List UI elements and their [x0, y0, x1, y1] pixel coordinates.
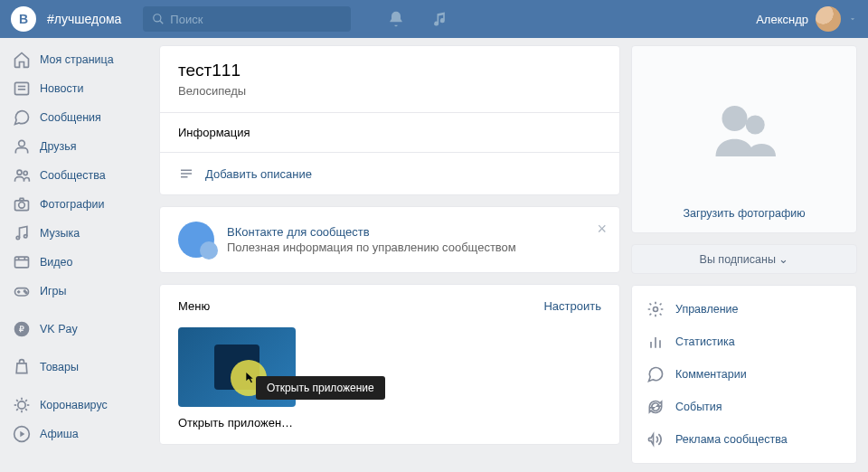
gear-icon	[646, 300, 665, 318]
community-category: Велосипеды	[178, 84, 601, 98]
svg-point-23	[18, 401, 25, 409]
video-icon	[13, 253, 31, 271]
vkpay-icon: ₽	[13, 320, 31, 338]
svg-point-36	[722, 106, 748, 131]
hashtag-link[interactable]: #лучшедома	[47, 12, 121, 26]
menu-card: Меню Настроить Открыть приложение Открыт…	[159, 284, 620, 445]
svg-point-10	[16, 236, 19, 239]
mgmt-events[interactable]: События	[632, 391, 856, 423]
svg-point-6	[17, 170, 22, 175]
virus-icon	[13, 396, 31, 414]
nav-afisha[interactable]: Афиша	[5, 420, 148, 448]
add-description-link[interactable]: Добавить описание	[160, 152, 619, 194]
user-menu[interactable]: Алексндр	[756, 6, 857, 32]
play-icon	[13, 425, 31, 443]
svg-point-20	[25, 292, 27, 294]
subscribed-button[interactable]: Вы подписаны ⌄	[631, 244, 857, 274]
svg-point-0	[154, 14, 161, 22]
svg-point-7	[24, 171, 27, 175]
app-label: Открыть приложен…	[178, 416, 601, 430]
mgmt-ads[interactable]: Реклама сообщества	[632, 423, 856, 456]
svg-text:₽: ₽	[19, 325, 24, 334]
mgmt-comments[interactable]: Комментарии	[632, 358, 856, 391]
chevron-down-icon	[848, 14, 857, 24]
home-icon	[13, 51, 31, 69]
stats-icon	[646, 333, 665, 351]
svg-line-31	[25, 400, 27, 401]
nav-photos[interactable]: Фотографии	[5, 190, 148, 219]
friends-icon	[13, 137, 31, 156]
vk-logo[interactable]: В	[11, 6, 36, 32]
menu-header: Меню	[178, 299, 210, 313]
avatar	[816, 6, 841, 32]
nav-friends[interactable]: Друзья	[5, 132, 148, 161]
mgmt-manage[interactable]: Управление	[632, 293, 856, 326]
svg-line-1	[160, 21, 164, 24]
community-title: тест111	[178, 61, 601, 80]
nav-corona[interactable]: Коронавирус	[5, 391, 148, 420]
news-icon	[13, 80, 31, 98]
search-input[interactable]: Поиск	[143, 6, 351, 32]
message-icon	[13, 109, 31, 127]
svg-point-9	[19, 203, 25, 209]
nav-communities[interactable]: Сообщества	[5, 161, 148, 190]
refresh-icon	[646, 398, 665, 416]
svg-point-38	[654, 307, 658, 312]
list-icon	[178, 165, 194, 182]
search-placeholder: Поиск	[170, 13, 203, 26]
nav-news[interactable]: Новости	[5, 74, 148, 103]
svg-line-30	[16, 409, 18, 411]
communities-icon	[13, 166, 31, 184]
music-nav-icon	[13, 224, 31, 242]
username: Алексндр	[756, 13, 808, 26]
nav-games[interactable]: Игры	[5, 277, 148, 306]
right-column: Загрузить фотографию Вы подписаны ⌄ Упра…	[631, 45, 857, 464]
search-icon	[152, 13, 165, 25]
nav-messages[interactable]: Сообщения	[5, 103, 148, 132]
info-section-header: Информация	[160, 112, 619, 152]
photo-placeholder-icon	[632, 68, 856, 194]
community-promo-icon	[178, 222, 214, 258]
promo-text: Полезная информация по управлению сообще…	[227, 241, 516, 254]
music-icon[interactable]	[430, 10, 448, 28]
svg-point-5	[19, 140, 25, 146]
nav-music[interactable]: Музыка	[5, 219, 148, 248]
promo-title[interactable]: ВКонтакте для сообществ	[227, 225, 516, 239]
games-icon	[13, 282, 31, 300]
close-icon[interactable]: ×	[597, 220, 607, 239]
main-column: тест111 Велосипеды Информация Добавить о…	[159, 45, 620, 464]
community-header-card: тест111 Велосипеды Информация Добавить о…	[159, 45, 620, 195]
management-card: Управление Статистика Комментарии Событи…	[631, 285, 857, 464]
upload-photo-link[interactable]: Загрузить фотографию	[632, 194, 856, 232]
megaphone-icon	[646, 430, 665, 448]
svg-line-29	[25, 409, 27, 411]
svg-line-28	[16, 400, 18, 401]
tooltip: Открыть приложение	[256, 376, 385, 400]
mgmt-stats[interactable]: Статистика	[632, 326, 856, 358]
sidebar: Моя страница Новости Сообщения Друзья Со…	[0, 45, 148, 464]
header-bar: В #лучшедома Поиск Алексндр	[0, 0, 868, 38]
chevron-down-icon: ⌄	[778, 253, 788, 266]
comment-icon	[646, 365, 665, 383]
nav-vkpay[interactable]: ₽VK Pay	[5, 315, 148, 344]
nav-products[interactable]: Товары	[5, 353, 148, 382]
nav-my-page[interactable]: Моя страница	[5, 45, 148, 74]
bell-icon[interactable]	[387, 10, 405, 28]
svg-point-11	[24, 235, 27, 238]
svg-rect-12	[15, 257, 29, 268]
pointer-icon	[241, 371, 256, 385]
photo-upload-card: Загрузить фотографию	[631, 45, 857, 233]
menu-configure-link[interactable]: Настроить	[543, 299, 601, 313]
camera-icon	[13, 195, 31, 213]
nav-video[interactable]: Видео	[5, 248, 148, 277]
promo-card: ВКонтакте для сообществ Полезная информа…	[159, 206, 620, 273]
bag-icon	[13, 358, 31, 376]
svg-point-37	[746, 116, 765, 135]
